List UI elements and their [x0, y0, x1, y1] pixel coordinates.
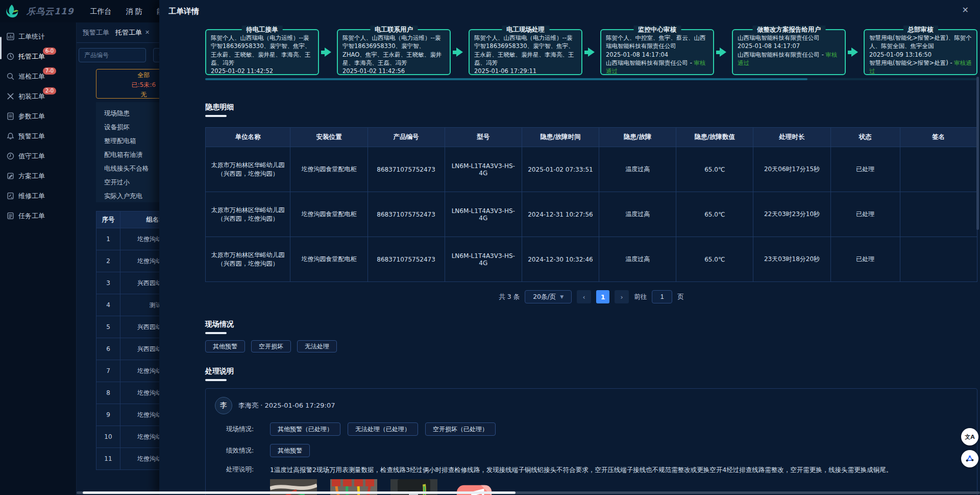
page-suffix-label: 页 [677, 293, 684, 301]
hazard-cell: LN6M-L1T4A3V3-HS-4G [445, 147, 522, 192]
tab-close-icon[interactable]: ✕ [145, 29, 150, 36]
hazard-cell: 868371075752473 [368, 192, 445, 237]
step-people: 陈贺个人、山西瑞电（电力运维）--裴宁智18636958330、裴宁智、ZHAO… [342, 34, 445, 67]
hazard-cell: 65.0℃ [676, 237, 753, 282]
hazard-cell: 2025-01-02 07:33:51 [522, 147, 599, 192]
comment-row: 现场情况:其他预警（已处理）无法处理（已处理）空开损坏（已处理） [226, 422, 968, 436]
process-desc-text: 1温度过高报警2现场万用表测量数据，检查线路3经过俩小时排查检修线路，发现接线端… [270, 465, 964, 475]
tab-label: 托管工单 [115, 28, 142, 37]
sidebar-item-巡检工单[interactable]: 巡检工单7-0 [0, 66, 76, 86]
hazard-cell: 868371075752473 [368, 147, 445, 192]
drawer-scrollbar[interactable] [976, 77, 979, 230]
count-badge: 2-0 [43, 87, 56, 95]
scene-tag[interactable]: 空开损坏 [251, 340, 291, 352]
scene-tag[interactable]: 无法处理 [297, 340, 337, 352]
hazard-table-row: 太原市万柏林区华峪幼儿园（兴西园，圪僚沟园）圪僚沟园食堂配电柜868371075… [206, 147, 977, 192]
sidebar-item-参数工单[interactable]: 参数工单 [0, 106, 76, 126]
hazard-column-header: 产品编号 [368, 128, 445, 147]
close-icon[interactable]: ✕ [962, 6, 969, 14]
topnav-item-1[interactable]: 消 防 [119, 0, 150, 22]
workflow-step-2[interactable]: 电工联系用户陈贺个人、山西瑞电（电力运维）--裴宁智18636958330、裴宁… [337, 29, 451, 75]
step-people: 山西瑞电智能科技有限责任公司 [738, 34, 840, 42]
comment-author-time: 李海亮 · 2025-01-06 17:29:07 [238, 401, 335, 410]
page-size-select[interactable]: 20条/页 ▼ [525, 290, 572, 303]
hazard-cell: 2024-12-30 10:32:46 [522, 237, 599, 282]
count-badge: 7-0 [43, 67, 56, 75]
step-people: 陈贺个人、中控室、焦宇、蔡云、山西瑞电智能科技有限责任公司 [606, 34, 708, 51]
sidebar-scrollbar[interactable] [0, 37, 2, 59]
duty-icon [7, 152, 14, 160]
sidebar-item-label: 初装工单2-0 [18, 92, 45, 101]
heading-underline [205, 115, 227, 117]
tab-托管工单[interactable]: 托管工单✕ [115, 28, 150, 37]
hazard-cell: 2024-12-31 10:27:56 [522, 192, 599, 237]
group-cell: 10 [96, 426, 120, 448]
work-order-detail-drawer: 工单详情 ✕ 待电工接单陈贺个人、山西瑞电（电力运维）--裴宁智18636958… [159, 0, 980, 495]
hazard-column-header: 状态 [830, 128, 900, 147]
hazard-cell: 太原市万柏林区华峪幼儿园（兴西园，圪僚沟园） [206, 237, 290, 282]
topnav-item-0[interactable]: 工作台 [83, 0, 119, 22]
horizontal-scrollbar-thumb[interactable] [83, 491, 516, 494]
sidebar-item-方案工单[interactable]: 方案工单 [0, 166, 76, 186]
sidebar-item-值守工单[interactable]: 值守工单 [0, 146, 76, 166]
hazard-cell: 65.0℃ [676, 192, 753, 237]
workflow-step-body: 智慧用电(智能化>报警>处置)、陈贺个人、陈贺全国、焦宇全国2025-01-09… [869, 34, 972, 74]
status-tag: 无法处理（已处理） [348, 422, 418, 436]
sidebar-item-任务工单[interactable]: 任务工单 [0, 206, 76, 226]
hosted-icon [7, 53, 14, 60]
goto-page-input[interactable] [652, 290, 672, 303]
steps-scrollbar[interactable] [205, 78, 977, 80]
brand-title: 乐鸟云119 [27, 6, 74, 17]
workflow-step-body: 山西瑞电智能科技有限责任公司2025-01-08 14:17:07山西瑞电智能科… [738, 34, 840, 74]
sidebar-item-预警工单[interactable]: 预警工单 [0, 126, 76, 146]
group-cell: 4 [96, 294, 120, 316]
step-time: 2025-01-02 11:42:56 [342, 67, 445, 74]
comment-row-label: 现场情况: [226, 425, 270, 434]
hazard-cell: 20天06时17分15秒 [753, 147, 830, 192]
chevron-down-icon: ▼ [560, 294, 564, 299]
workflow-steps: 待电工接单陈贺个人、山西瑞电（电力运维）--裴宁智18636958330、裴宁智… [205, 29, 977, 75]
heading-underline [205, 379, 227, 381]
process-comment-box: 李 李海亮 · 2025-01-06 17:29:07 现场情况:其他预警（已处… [205, 388, 977, 495]
install-icon [7, 92, 14, 100]
hazard-table-row: 太原市万柏林区华峪幼儿园（兴西园，圪僚沟园）圪僚沟园食堂配电柜868371075… [206, 237, 977, 282]
comment-header: 李 李海亮 · 2025-01-06 17:29:07 [215, 397, 968, 414]
process-section-heading: 处理说明 [205, 366, 977, 381]
workflow-step-4[interactable]: 监控中心审核陈贺个人、中控室、焦宇、蔡云、山西瑞电智能科技有限责任公司2025-… [600, 29, 714, 75]
step-time: 2025-01-09 13:16:50 [869, 51, 972, 59]
sidebar-item-工单统计[interactable]: 工单统计 [0, 27, 76, 46]
step-arrow-icon [846, 48, 864, 57]
group-cell: 8 [96, 382, 120, 404]
graph-button[interactable] [961, 450, 978, 467]
sidebar-item-初装工单[interactable]: 初装工单2-0 [0, 86, 76, 106]
prev-page-button[interactable]: ‹ [577, 290, 591, 303]
scene-tag[interactable]: 其他预警 [205, 340, 245, 352]
group-cell: 6 [96, 338, 120, 360]
sidebar-item-托管工单[interactable]: 托管工单6-0 [0, 46, 76, 66]
sidebar-item-维修工单[interactable]: 维修工单 [0, 186, 76, 206]
patrol-icon [7, 73, 14, 80]
heading-underline [205, 332, 227, 334]
group-cell: 9 [96, 404, 120, 426]
params-icon [7, 112, 14, 120]
page-number-1[interactable]: 1 [596, 290, 609, 303]
sidebar-item-label: 预警工单 [18, 132, 45, 141]
workflow-step-3[interactable]: 电工现场处理陈贺个人、山西瑞电（电力运维）--裴宁智18636958330、裴宁… [469, 29, 582, 75]
workflow-step-5[interactable]: 做整改方案报告给用户山西瑞电智能科技有限责任公司2025-01-08 14:17… [732, 29, 846, 75]
workflow-step-6[interactable]: 总部审核智慧用电(智能化>报警>处置)、陈贺个人、陈贺全国、焦宇全国2025-0… [864, 29, 977, 75]
hazard-column-header: 型号 [445, 128, 522, 147]
tab-预警工单[interactable]: 预警工单 [83, 28, 109, 37]
workflow-step-body: 陈贺个人、山西瑞电（电力运维）--裴宁智18636958330、裴宁智、焦宇、王… [211, 34, 313, 74]
hazard-cell: 圪僚沟园食堂配电柜 [290, 192, 368, 237]
hazard-cell: 太原市万柏林区华峪幼儿园（兴西园，圪僚沟园） [206, 147, 290, 192]
hazard-cell: 温度过高 [599, 237, 676, 282]
pagination-total: 共 3 条 [499, 293, 520, 301]
workflow-step-title: 待电工接单 [241, 26, 283, 34]
next-page-button[interactable]: › [615, 290, 629, 303]
comment-row-tags: 其他预警 [270, 444, 310, 457]
translate-button[interactable]: 文A [961, 428, 978, 445]
workflow-step-1[interactable]: 待电工接单陈贺个人、山西瑞电（电力运维）--裴宁智18636958330、裴宁智… [205, 29, 319, 75]
scene-tags: 其他预警空开损坏无法处理 [205, 340, 977, 352]
product-code-input[interactable] [79, 48, 146, 62]
step-reviewer: 山西瑞电智能科技有限责任公司 - [738, 51, 825, 58]
